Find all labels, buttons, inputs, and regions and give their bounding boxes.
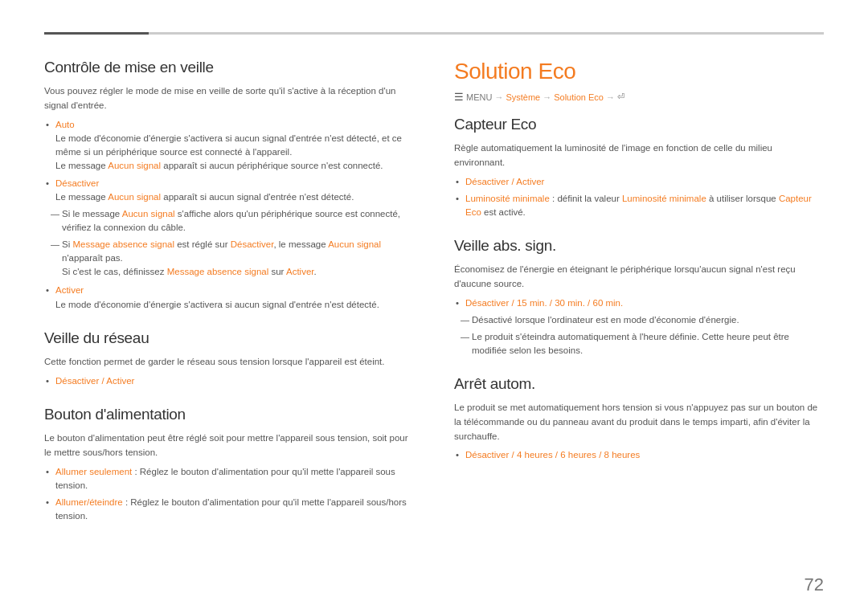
menu-breadcrumb: ☰ MENU → Système → Solution Eco → ⏎: [454, 91, 824, 103]
veille-abs-body: Économisez de l'énergie en éteignant le …: [454, 263, 824, 292]
controle-extra-bullets: Activer Le mode d'économie d'énergie s'a…: [44, 284, 414, 312]
top-dividers: [44, 32, 824, 35]
veille-reseau-title: Veille du réseau: [44, 329, 414, 347]
luminosite-label2: Luminosité minimale: [622, 194, 706, 203]
right-column: Solution Eco ☰ MENU → Système → Solution…: [454, 59, 824, 589]
controle-sub-bullets: Si le message Aucun signal s'affiche alo…: [51, 207, 414, 279]
controle-title: Contrôle de mise en veille: [44, 59, 414, 76]
bouton-bullets: Allumer seulement : Réglez le bouton d'a…: [44, 465, 414, 524]
veille-reseau-bullets: Désactiver / Activer: [44, 374, 414, 388]
luminosite-desc1: : définit la valeur: [550, 194, 622, 203]
veille-abs-option: Désactiver / 15 min. / 30 min. / 60 min.: [465, 298, 623, 308]
section-controle: Contrôle de mise en veille Vous pouvez r…: [44, 59, 414, 312]
bullet-desactiver-activer-reseau: Désactiver / Activer: [44, 374, 414, 388]
bullet-auto-desc: Le mode d'économie d'énergie s'activera …: [55, 133, 402, 157]
bullet-auto-sub: Le message Aucun signal apparaît si aucu…: [55, 161, 383, 170]
veille-reseau-body: Cette fonction permet de garder le résea…: [44, 355, 414, 370]
menu-return-icon: ⏎: [617, 92, 624, 102]
menu-solution-eco: Solution Eco: [554, 92, 604, 102]
bouton-body: Le bouton d'alimentation peut être réglé…: [44, 431, 414, 460]
menu-sep-2: →: [542, 92, 551, 102]
page-number: 72: [805, 574, 824, 595]
bullet-luminosite-minimale: Luminosité minimale : définit la valeur …: [454, 192, 824, 220]
menu-systeme: Système: [506, 92, 540, 102]
section-arret-autom: Arrêt autom. Le produit se met automatiq…: [454, 375, 824, 463]
luminosite-desc3: est activé.: [481, 207, 526, 217]
bullet-auto-label: Auto: [55, 120, 75, 129]
capteur-eco-body: Règle automatiquement la luminosité de l…: [454, 141, 824, 170]
section-veille-reseau: Veille du réseau Cette fonction permet d…: [44, 329, 414, 388]
bullet-temps-veille: Désactiver / 15 min. / 30 min. / 60 min.: [454, 296, 824, 310]
bullet-heures: Désactiver / 4 heures / 6 heures / 8 heu…: [454, 448, 824, 462]
veille-abs-sub-1: Désactivé lorsque l'ordinateur est en mo…: [461, 313, 824, 327]
divider-light: [149, 32, 824, 35]
luminosite-label: Luminosité minimale: [465, 194, 550, 203]
arret-autom-bullets: Désactiver / 4 heures / 6 heures / 8 heu…: [454, 448, 824, 462]
section-capteur-eco: Capteur Eco Règle automatiquement la lum…: [454, 116, 824, 219]
sub-bullet-2: Si Message absence signal est réglé sur …: [51, 238, 414, 280]
capteur-eco-title: Capteur Eco: [454, 116, 824, 133]
veille-abs-sub-bullets: Désactivé lorsque l'ordinateur est en mo…: [461, 313, 824, 358]
section-bouton: Bouton d'alimentation Le bouton d'alimen…: [44, 406, 414, 524]
bullet-desactiver-desc: Le message Aucun signal apparaît si aucu…: [55, 192, 354, 202]
arret-autom-body: Le produit se met automatiquement hors t…: [454, 401, 824, 443]
arret-autom-option: Désactiver / 4 heures / 6 heures / 8 heu…: [465, 450, 640, 460]
main-title: Solution Eco: [454, 59, 824, 84]
bullet-desactiver: Désactiver Le message Aucun signal appar…: [44, 177, 414, 205]
veille-reseau-option: Désactiver / Activer: [55, 376, 134, 386]
veille-abs-sub-2: Le produit s'éteindra automatiquement à …: [461, 330, 824, 358]
left-column: Contrôle de mise en veille Vous pouvez r…: [44, 59, 414, 589]
page-container: Contrôle de mise en veille Vous pouvez r…: [0, 0, 868, 613]
veille-abs-title: Veille abs. sign.: [454, 237, 824, 255]
luminosite-desc2: à utiliser lorsque: [706, 194, 779, 203]
bullet-desactiver-activer-eco: Désactiver / Activer: [454, 175, 824, 189]
section-veille-abs: Veille abs. sign. Économisez de l'énergi…: [454, 237, 824, 358]
allumer-seulement-label: Allumer seulement: [55, 467, 132, 476]
controle-body: Vous pouvez régler le mode de mise en ve…: [44, 84, 414, 113]
bullet-activer: Activer Le mode d'économie d'énergie s'a…: [44, 284, 414, 312]
columns: Contrôle de mise en veille Vous pouvez r…: [44, 59, 824, 589]
arret-autom-title: Arrêt autom.: [454, 375, 824, 393]
menu-icon: ☰: [454, 91, 464, 103]
menu-text: MENU: [466, 92, 492, 102]
bullet-allumer-seulement: Allumer seulement : Réglez le bouton d'a…: [44, 465, 414, 493]
bouton-title: Bouton d'alimentation: [44, 406, 414, 423]
bullet-activer-desc: Le mode d'économie d'énergie s'activera …: [55, 300, 379, 309]
menu-sep-3: →: [606, 92, 615, 102]
controle-bullets: Auto Le mode d'économie d'énergie s'acti…: [44, 118, 414, 205]
bullet-activer-label: Activer: [55, 285, 84, 295]
menu-sep-1: →: [494, 92, 503, 102]
veille-abs-bullets: Désactiver / 15 min. / 30 min. / 60 min.: [454, 296, 824, 310]
divider-dark: [44, 32, 149, 35]
sub-bullet-1: Si le message Aucun signal s'affiche alo…: [51, 207, 414, 235]
bullet-allumer-eteindre: Allumer/éteindre : Réglez le bouton d'al…: [44, 496, 414, 524]
allumer-eteindre-label: Allumer/éteindre: [55, 497, 123, 507]
bullet-desactiver-label: Désactiver: [55, 178, 99, 188]
capteur-eco-option1: Désactiver / Activer: [465, 177, 544, 186]
bullet-auto: Auto Le mode d'économie d'énergie s'acti…: [44, 118, 414, 174]
capteur-eco-bullets: Désactiver / Activer Luminosité minimale…: [454, 175, 824, 220]
